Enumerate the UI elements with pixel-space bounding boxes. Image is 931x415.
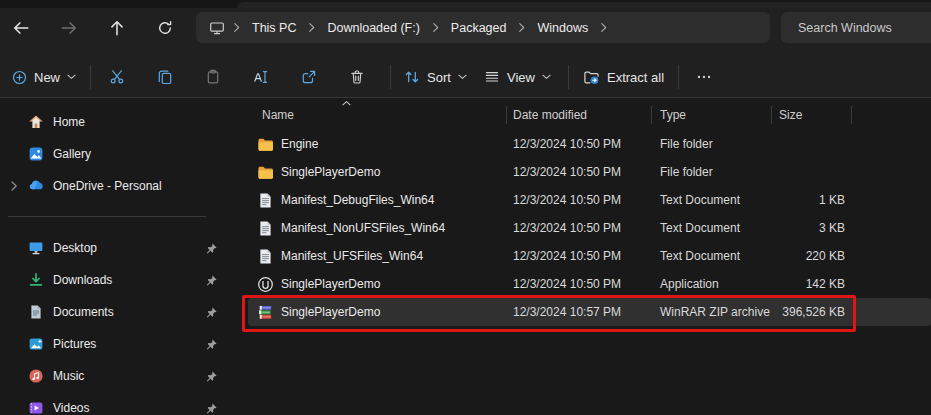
file-row[interactable]: Manifest_UFSFiles_Win64 12/3/2024 10:50 …	[248, 242, 931, 270]
sidebar-item-gallery[interactable]: Gallery	[0, 138, 240, 170]
this-pc-icon[interactable]	[209, 20, 225, 36]
text-file-icon	[257, 192, 274, 209]
chevron-right-icon[interactable]	[518, 22, 525, 33]
cut-icon	[109, 69, 125, 85]
videos-icon	[28, 400, 44, 415]
view-icon	[484, 69, 500, 85]
copy-icon	[157, 69, 173, 85]
forward-button[interactable]	[53, 12, 85, 44]
sidebar-item-label: Music	[53, 369, 84, 383]
file-type: File folder	[660, 165, 713, 179]
sidebar-item-downloads[interactable]: Downloads	[0, 264, 240, 296]
file-row[interactable]: Engine 12/3/2024 10:50 PM File folder	[248, 130, 931, 158]
unreal-icon	[257, 276, 274, 293]
file-row[interactable]: SinglePlayerDemo 12/3/2024 10:57 PM WinR…	[248, 298, 931, 326]
file-name: SinglePlayerDemo	[281, 165, 380, 179]
cut-button[interactable]	[99, 59, 135, 95]
rename-icon	[253, 69, 269, 85]
extract-all-button[interactable]: Extract all	[579, 59, 668, 95]
new-button-label: New	[34, 70, 60, 85]
file-date-modified: 12/3/2024 10:50 PM	[513, 193, 621, 207]
sidebar-item-label: Pictures	[53, 337, 96, 351]
refresh-button[interactable]	[149, 12, 181, 44]
extract-all-label: Extract all	[607, 70, 664, 85]
sidebar-item-label: Home	[53, 115, 85, 129]
file-type: WinRAR ZIP archive	[660, 305, 770, 319]
file-row[interactable]: Manifest_DebugFiles_Win64 12/3/2024 10:5…	[248, 186, 931, 214]
rename-button[interactable]	[243, 59, 279, 95]
address-bar[interactable]: This PC Downloaded (F:) Packaged Windows	[196, 12, 770, 43]
file-row[interactable]: SinglePlayerDemo 12/3/2024 10:50 PM File…	[248, 158, 931, 186]
sidebar-item-onedrive-personal[interactable]: OneDrive - Personal	[0, 170, 240, 202]
up-button[interactable]	[101, 12, 133, 44]
column-header-type[interactable]: Type	[652, 100, 772, 130]
toolbar-separator	[568, 65, 569, 89]
breadcrumb-packaged[interactable]: Packaged	[447, 19, 511, 37]
column-header-date-modified[interactable]: Date modified	[507, 100, 652, 130]
sidebar-item-pictures[interactable]: Pictures	[0, 328, 240, 360]
file-size: 1 KB	[819, 193, 845, 207]
search-input[interactable]: Search Windows	[781, 12, 931, 43]
column-header-name[interactable]: Name	[248, 100, 507, 130]
extract-icon	[583, 69, 600, 86]
column-header-size[interactable]: Size	[772, 100, 852, 130]
file-row[interactable]: Manifest_NonUFSFiles_Win64 12/3/2024 10:…	[248, 214, 931, 242]
file-type: Text Document	[660, 249, 740, 263]
column-headers: Name Date modified Type Size	[248, 100, 931, 130]
chevron-right-icon[interactable]	[233, 22, 240, 33]
file-row[interactable]: SinglePlayerDemo 12/3/2024 10:50 PM Appl…	[248, 270, 931, 298]
delete-button[interactable]	[339, 59, 375, 95]
file-size: 396,526 KB	[782, 305, 845, 319]
share-icon	[301, 69, 317, 85]
sidebar-item-label: OneDrive - Personal	[53, 179, 162, 193]
file-name: Manifest_NonUFSFiles_Win64	[281, 221, 445, 235]
file-date-modified: 12/3/2024 10:50 PM	[513, 165, 621, 179]
pin-icon	[205, 338, 218, 351]
pin-icon	[205, 242, 218, 255]
file-type: Text Document	[660, 193, 740, 207]
file-size: 142 KB	[806, 277, 845, 291]
file-list-pane: Name Date modified Type Size Engine 12/3…	[240, 99, 931, 415]
file-date-modified: 12/3/2024 10:50 PM	[513, 277, 621, 291]
breadcrumb-drive[interactable]: Downloaded (F:)	[323, 19, 423, 37]
chevron-down-icon	[542, 74, 551, 80]
file-size: 220 KB	[806, 249, 845, 263]
file-date-modified: 12/3/2024 10:50 PM	[513, 221, 621, 235]
back-button[interactable]	[5, 12, 37, 44]
sidebar-item-label: Downloads	[53, 273, 112, 287]
copy-button[interactable]	[147, 59, 183, 95]
see-more-button[interactable]	[686, 59, 722, 95]
share-button[interactable]	[291, 59, 327, 95]
sidebar-item-desktop[interactable]: Desktop	[0, 232, 240, 264]
file-name: SinglePlayerDemo	[281, 277, 380, 291]
music-icon	[28, 368, 44, 384]
file-date-modified: 12/3/2024 10:50 PM	[513, 137, 621, 151]
documents-icon	[28, 304, 44, 320]
toolbar-separator	[390, 65, 391, 89]
toolbar-separator	[90, 65, 91, 89]
file-name: Manifest_DebugFiles_Win64	[281, 193, 434, 207]
file-type: File folder	[660, 137, 713, 151]
file-date-modified: 12/3/2024 10:50 PM	[513, 249, 621, 263]
sidebar-item-documents[interactable]: Documents	[0, 296, 240, 328]
sidebar-item-label: Desktop	[53, 241, 97, 255]
tab-strip	[0, 0, 931, 8]
sidebar-item-home[interactable]: Home	[0, 106, 240, 138]
chevron-right-icon[interactable]	[600, 22, 607, 33]
new-button[interactable]: New	[8, 59, 80, 95]
breadcrumb-this-pc[interactable]: This PC	[248, 19, 300, 37]
sidebar-item-label: Documents	[53, 305, 114, 319]
paste-button[interactable]	[195, 59, 231, 95]
desktop-icon	[28, 240, 44, 256]
chevron-right-icon[interactable]	[308, 22, 315, 33]
view-button[interactable]: View	[480, 59, 555, 95]
chevron-right-icon[interactable]	[10, 181, 18, 191]
sidebar-item-music[interactable]: Music	[0, 360, 240, 392]
back-icon	[12, 19, 30, 37]
breadcrumb-windows[interactable]: Windows	[533, 19, 592, 37]
sort-button[interactable]: Sort	[400, 59, 471, 95]
refresh-icon	[157, 20, 173, 36]
chevron-right-icon[interactable]	[432, 22, 439, 33]
sidebar-item-videos[interactable]: Videos	[0, 392, 240, 415]
up-icon	[108, 19, 126, 37]
